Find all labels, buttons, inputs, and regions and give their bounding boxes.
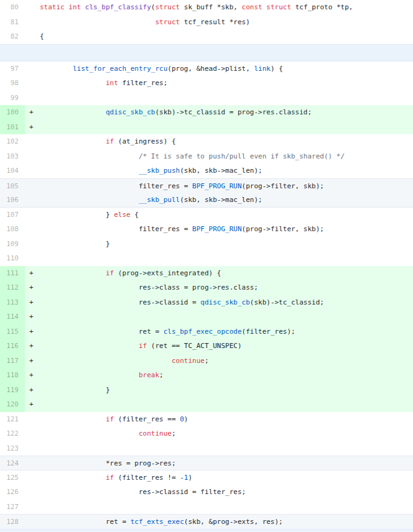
code-token: if [106, 137, 114, 145]
code-token [40, 167, 139, 175]
line-number[interactable]: 111 [0, 266, 25, 281]
line-number[interactable]: 106 [0, 193, 25, 207]
code-line: *res = prog->res; [40, 456, 413, 470]
line-number[interactable]: 113 [0, 295, 25, 310]
code-token: link [254, 65, 271, 73]
code-line [40, 91, 413, 106]
diff-row: 116 + if (ret == TC_ACT_UNSPEC) [0, 339, 413, 354]
line-number[interactable]: 115 [0, 324, 25, 339]
code-line: } [40, 383, 413, 398]
line-number[interactable]: 114 [0, 310, 25, 324]
line-number[interactable]: 82 [0, 29, 25, 44]
code-token: if [106, 474, 114, 482]
line-number[interactable]: 104 [0, 163, 25, 178]
diff-marker [25, 62, 40, 76]
code-token: (prog->filter, skb); [242, 182, 324, 190]
diff-marker [25, 485, 40, 500]
diff-view: 80 static int cls_bpf_classify(struct sk… [0, 0, 413, 532]
line-number[interactable]: 125 [0, 470, 25, 485]
code-token: struct [155, 3, 180, 11]
line-number[interactable]: 119 [0, 383, 25, 398]
code-line: if (at_ingress) { [40, 134, 413, 149]
diff-row: 125 if (filter_res != -1) [0, 470, 413, 485]
line-number[interactable]: 117 [0, 354, 25, 369]
line-number[interactable]: 112 [0, 280, 25, 295]
code-line: static int cls_bpf_classify(struct sk_bu… [40, 0, 413, 15]
diff-marker: + [25, 368, 40, 383]
line-number[interactable]: 97 [0, 62, 25, 76]
code-token: BPF_PROG_RUN [192, 225, 241, 233]
code-line: if (filter_res != -1) [40, 470, 413, 485]
line-number[interactable]: 99 [0, 91, 25, 106]
line-number[interactable]: 103 [0, 149, 25, 164]
code-token: static int [40, 3, 85, 11]
diff-row: 122 continue; [0, 426, 413, 441]
code-line: filter_res = BPF_PROG_RUN(prog->filter, … [40, 179, 413, 193]
diff-row: 98 int filter_res; [0, 76, 413, 91]
code-token: struct [155, 18, 180, 26]
line-number[interactable]: 101 [0, 120, 25, 135]
code-token [40, 429, 139, 438]
line-number[interactable]: 124 [0, 456, 25, 470]
diff-marker: + [25, 280, 40, 295]
code-token: (skb)->tc_classid = prog->res.classid; [155, 108, 312, 116]
diff-marker: + [25, 105, 40, 120]
expand-hunk-band-partial[interactable] [0, 529, 413, 532]
diff-row: 117 + continue; [0, 354, 413, 369]
code-token [40, 137, 106, 145]
line-number[interactable]: 121 [0, 412, 25, 427]
diff-row: 97 list_for_each_entry_rcu(prog, &head->… [0, 62, 413, 76]
code-token: if [106, 269, 114, 277]
code-line: continue; [40, 354, 413, 369]
line-number[interactable]: 98 [0, 76, 25, 91]
line-number[interactable]: 109 [0, 237, 25, 252]
diff-marker: + [25, 397, 40, 412]
line-number[interactable]: 108 [0, 222, 25, 237]
code-token: } [40, 386, 110, 394]
diff-row: 127 [0, 500, 413, 515]
diff-marker [25, 251, 40, 266]
code-token: list_for_each_entry_rcu [73, 65, 167, 73]
code-token: (skb, skb->mac_len); [180, 167, 262, 175]
diff-marker [25, 134, 40, 149]
line-number[interactable]: 80 [0, 0, 25, 15]
code-line: int filter_res; [40, 76, 413, 91]
code-token: BPF_PROG_RUN [192, 182, 241, 190]
diff-row: 113 + res->classid = qdisc_skb_cb(skb)->… [0, 295, 413, 310]
line-number[interactable]: 122 [0, 426, 25, 441]
line-number[interactable]: 118 [0, 368, 25, 383]
code-token [40, 196, 139, 204]
diff-row: 114 + [0, 310, 413, 324]
code-token: } [40, 240, 110, 248]
code-token: (ret == TC_ACT_UNSPEC) [147, 342, 241, 350]
line-number[interactable]: 123 [0, 441, 25, 456]
line-number[interactable]: 81 [0, 15, 25, 30]
code-token: res->classid = [40, 298, 200, 306]
code-line [40, 441, 413, 456]
line-number[interactable]: 128 [0, 515, 25, 529]
diff-row: 121 if (filter_res == 0) [0, 412, 413, 427]
diff-row: 111 + if (prog->exts_integrated) { [0, 266, 413, 281]
line-number[interactable]: 100 [0, 105, 25, 120]
line-number[interactable]: 105 [0, 179, 25, 193]
code-line: res->class = prog->res.class; [40, 280, 413, 295]
line-number[interactable]: 120 [0, 397, 25, 412]
code-token: /* It is safe to push/pull even if skb_s… [139, 152, 345, 160]
line-number[interactable]: 110 [0, 251, 25, 266]
line-number[interactable]: 126 [0, 485, 25, 500]
line-number[interactable]: 116 [0, 339, 25, 354]
code-line [40, 397, 413, 412]
code-token: __skb_pull [139, 196, 180, 204]
diff-row: 128 ret = tcf_exts_exec(skb, &prog->exts… [0, 514, 413, 529]
line-number[interactable]: 127 [0, 500, 25, 515]
code-line: if (prog->exts_integrated) { [40, 266, 413, 281]
diff-row: 106 __skb_pull(skb, skb->mac_len); [0, 193, 413, 208]
code-line [40, 120, 413, 135]
diff-row: 110 [0, 251, 413, 266]
code-line: ret = cls_bpf_exec_opcode(filter_res); [40, 324, 413, 339]
diff-marker [25, 29, 40, 44]
code-token: } [40, 211, 114, 219]
line-number[interactable]: 102 [0, 134, 25, 149]
expand-hunk-band[interactable] [0, 44, 413, 62]
line-number[interactable]: 107 [0, 208, 25, 222]
